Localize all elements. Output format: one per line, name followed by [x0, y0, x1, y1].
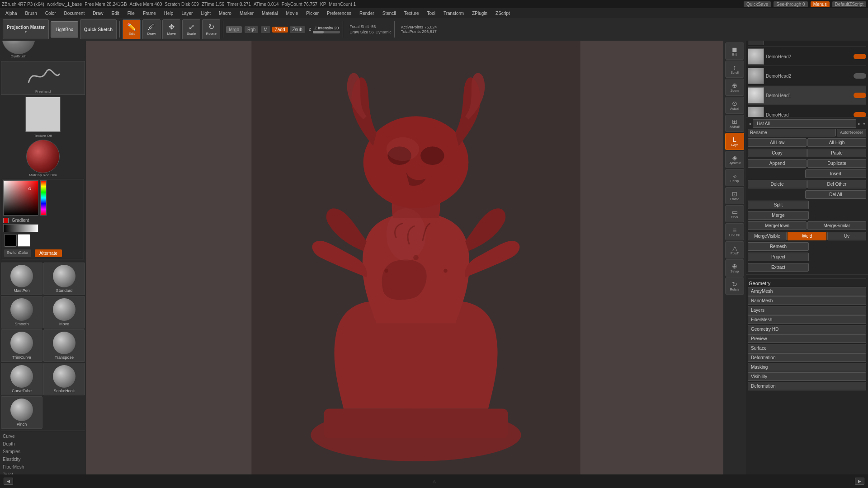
merge-btn[interactable]: Merge: [748, 211, 809, 220]
menu-picker[interactable]: Picker: [302, 10, 322, 17]
subtool-demohead2a[interactable]: DemoHead2: [748, 47, 866, 66]
switch-color-button[interactable]: SwitchColor: [4, 249, 31, 257]
menu-edit[interactable]: Edit: [108, 10, 123, 17]
section-curve[interactable]: Curve: [1, 432, 85, 440]
demohead-toggle[interactable]: [854, 112, 866, 117]
alpha-preview[interactable]: [25, 97, 61, 132]
del-other-btn[interactable]: Del Other: [807, 180, 866, 188]
section-fibermesh[interactable]: FiberMesh: [1, 463, 85, 471]
menu-color[interactable]: Color: [42, 10, 60, 17]
delete-btn[interactable]: Delete: [748, 180, 807, 188]
menu-tool[interactable]: Tool: [424, 10, 439, 17]
geometry-section-title[interactable]: Geometry: [748, 278, 866, 287]
setup-icon-btn[interactable]: ⊕ Setup: [725, 259, 744, 277]
menu-layer[interactable]: Layer: [178, 10, 196, 17]
menu-light[interactable]: Light: [197, 10, 214, 17]
color-picker[interactable]: Gradient SwitchColor Alternate: [2, 179, 84, 259]
subtool-demohead1[interactable]: DemoHead1: [748, 86, 866, 105]
menu-material[interactable]: Material: [258, 10, 282, 17]
lyr-icon-btn[interactable]: L LAyr: [725, 133, 744, 150]
timeline-end-btn[interactable]: ▶: [855, 478, 864, 485]
rotate-button[interactable]: ↻ Rotate: [202, 19, 220, 39]
mergevisible-btn[interactable]: MergeVisible: [748, 232, 787, 240]
polyt-icon-btn[interactable]: △ PolyT: [725, 241, 744, 258]
menu-alpha[interactable]: Alpha: [2, 10, 21, 17]
subtool-demohead[interactable]: DemoHead: [748, 106, 866, 117]
demohead2a-toggle[interactable]: [854, 54, 866, 59]
swatch-white[interactable]: [18, 234, 30, 247]
subtool-demohead2b[interactable]: DemoHead2: [748, 67, 866, 85]
rotate-icon-btn[interactable]: ↻ Rotate: [725, 277, 744, 295]
scroll-icon-btn[interactable]: ↕ Scroll: [725, 61, 744, 78]
auto-reorder-btn[interactable]: AutoReorder: [837, 129, 866, 136]
all-low-btn[interactable]: All Low: [748, 138, 807, 147]
gradient-bar[interactable]: [3, 224, 38, 232]
hue-bar[interactable]: [40, 180, 47, 216]
brit-icon-btn[interactable]: ◼ Brit: [725, 42, 744, 60]
menu-render[interactable]: Render: [356, 10, 378, 17]
layers-btn[interactable]: Layers: [748, 306, 866, 314]
draw-button[interactable]: 🖊 Draw: [142, 19, 160, 39]
menus-btn[interactable]: Menus: [811, 1, 830, 7]
mergedown-btn[interactable]: MergeDown: [748, 221, 807, 230]
masking-btn[interactable]: Masking: [748, 363, 866, 371]
menu-macro[interactable]: Macro: [215, 10, 235, 17]
extract-btn[interactable]: Extract: [748, 263, 809, 272]
append-btn[interactable]: Append: [748, 159, 807, 168]
brush-pinch[interactable]: Pinch: [1, 396, 42, 429]
zsub-btn[interactable]: Zsub: [290, 26, 305, 33]
color-indicator[interactable]: [3, 218, 9, 223]
menu-file[interactable]: File: [124, 10, 138, 17]
preview-btn[interactable]: Preview: [748, 334, 866, 343]
alternate-button[interactable]: Alternate: [35, 249, 62, 257]
nanomesh-btn[interactable]: NanoMesh: [748, 296, 866, 305]
menu-draw[interactable]: Draw: [89, 10, 107, 17]
copy-btn[interactable]: Copy: [748, 149, 807, 157]
move-button[interactable]: ✥ Move: [162, 19, 180, 39]
main-canvas[interactable]: [86, 41, 746, 474]
m-btn[interactable]: M: [261, 26, 270, 33]
fibermesh-btn[interactable]: FiberMesh: [748, 315, 866, 324]
insert-btn[interactable]: Insert: [805, 169, 866, 178]
brush-snakehook[interactable]: SnakeHook: [43, 363, 85, 395]
z-intensity-control[interactable]: Z Intensity 20: [313, 26, 340, 33]
see-through[interactable]: See-through 0: [774, 1, 807, 7]
demohead2b-toggle[interactable]: [854, 73, 866, 79]
edit-button[interactable]: ✏️ Edit: [123, 19, 141, 39]
swatch-black[interactable]: [4, 234, 17, 247]
deformation-btn[interactable]: Deformation: [748, 353, 866, 362]
color-square[interactable]: [3, 180, 38, 216]
brush-smooth[interactable]: Smooth: [1, 296, 42, 328]
sculpt-canvas[interactable]: [86, 41, 746, 474]
default-zscript[interactable]: DefaultZScript: [832, 1, 866, 7]
brush-curvetube[interactable]: CurveTube: [1, 363, 42, 395]
del-all-btn[interactable]: Del All: [805, 190, 866, 199]
surface-btn[interactable]: Surface: [748, 344, 866, 352]
project-btn[interactable]: Project: [748, 253, 809, 261]
uv-btn[interactable]: Uv: [827, 232, 866, 240]
menu-marker[interactable]: Marker: [236, 10, 257, 17]
menu-help[interactable]: Help: [160, 10, 177, 17]
quick-sketch-button[interactable]: Quick Sketch: [80, 19, 117, 39]
menu-movie[interactable]: Movie: [283, 10, 302, 17]
brush-standard[interactable]: Standard: [43, 263, 85, 295]
mrgb-btn[interactable]: Mrgb: [226, 26, 242, 33]
scale-button[interactable]: ⤢ Scale: [182, 19, 200, 39]
deformation2-btn[interactable]: Deformation: [748, 382, 866, 390]
visibility-btn[interactable]: Visibility: [748, 372, 866, 381]
split-btn[interactable]: Split: [748, 201, 809, 209]
brush-mastpen[interactable]: MastPen: [1, 263, 42, 295]
linefill-icon-btn[interactable]: ≡ Line Fill: [725, 223, 744, 240]
menu-frame[interactable]: Frame: [139, 10, 160, 17]
menu-preferences[interactable]: Preferences: [323, 10, 355, 17]
actual-icon-btn[interactable]: ⊙ Actual: [725, 97, 744, 114]
persp-icon-btn[interactable]: ⟐ Persp: [725, 169, 744, 186]
geometryhd-btn[interactable]: Geometry HD: [748, 325, 866, 333]
aahalf-icon-btn[interactable]: ⊞ AAHalf: [725, 115, 744, 132]
menu-zscript[interactable]: ZScript: [492, 10, 514, 17]
menu-texture[interactable]: Texture: [401, 10, 423, 17]
section-samples[interactable]: Samples: [1, 448, 85, 455]
all-high-btn[interactable]: All High: [807, 138, 866, 147]
demohead1-toggle[interactable]: [854, 93, 866, 98]
zoom-icon-btn[interactable]: ⊕ Zoom: [725, 79, 744, 96]
